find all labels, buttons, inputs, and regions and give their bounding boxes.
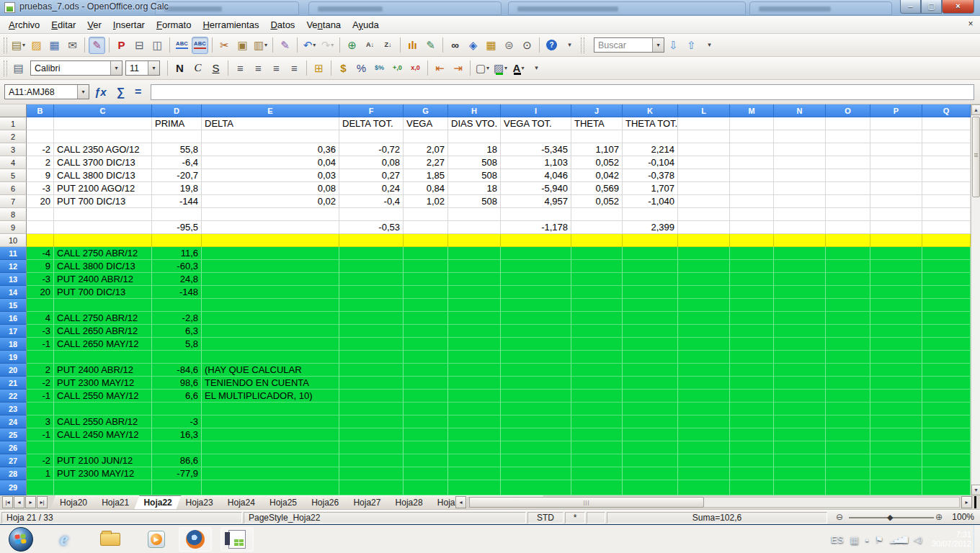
cell-N2[interactable] (774, 130, 826, 143)
sheet-tab-hoja26[interactable]: Hoja26 (302, 495, 349, 509)
cell-D12[interactable]: -60,3 (152, 260, 202, 273)
cell-K29[interactable] (623, 480, 678, 495)
row-header-18[interactable]: 18 (0, 338, 27, 351)
cell-D19[interactable] (152, 351, 202, 364)
font-size-dropdown-icon[interactable]: ▾ (148, 61, 159, 75)
cell-B6[interactable]: -3 (27, 182, 54, 195)
cell-O23[interactable] (826, 403, 870, 415)
cell-B1[interactable] (27, 117, 54, 130)
cell-N11[interactable] (774, 247, 826, 260)
cell-D17[interactable]: 6,3 (152, 325, 202, 338)
cell-H8[interactable] (448, 208, 501, 221)
taskbar-explorer-button[interactable] (94, 527, 127, 552)
cell-K25[interactable] (623, 428, 678, 441)
cell-B19[interactable] (27, 351, 54, 364)
cell-Q28[interactable] (922, 467, 971, 480)
show-draw-functions-button[interactable]: ✎ (422, 37, 439, 54)
cell-K22[interactable] (623, 390, 678, 403)
align-right-button[interactable]: ≡ (268, 60, 285, 77)
cell-P12[interactable] (870, 260, 922, 273)
cell-L13[interactable] (678, 273, 730, 286)
cell-I27[interactable] (501, 454, 571, 467)
cell-P14[interactable] (870, 286, 922, 299)
zoom-button[interactable]: ⊙ (519, 37, 535, 54)
cell-D23[interactable] (152, 403, 202, 415)
cell-G22[interactable] (404, 390, 448, 403)
cell-B9[interactable] (27, 221, 54, 234)
cell-O1[interactable] (826, 117, 870, 130)
zoom-out-icon[interactable]: ⊖ (836, 512, 843, 522)
cell-J11[interactable] (571, 247, 623, 260)
toolbar-grip[interactable] (4, 60, 7, 76)
row-header-1[interactable]: 1 (0, 117, 27, 130)
cell-D3[interactable]: 55,8 (152, 143, 202, 156)
taskbar-calc-button[interactable] (220, 527, 254, 552)
cell-F9[interactable]: -0,53 (339, 221, 404, 234)
cell-J9[interactable] (571, 221, 623, 234)
cell-D4[interactable]: -6,4 (152, 156, 202, 169)
cell-C27[interactable]: PUT 2100 JUN/12 (54, 454, 152, 467)
cell-Q15[interactable] (922, 299, 971, 312)
menu-item-ver[interactable]: Ver (81, 17, 107, 32)
cell-B7[interactable]: 20 (27, 195, 54, 208)
cell-Q20[interactable] (922, 364, 971, 377)
cell-H1[interactable]: DIAS VTO. (448, 117, 501, 130)
cell-E28[interactable] (202, 467, 339, 480)
cell-Q9[interactable] (922, 221, 971, 234)
cell-B15[interactable] (27, 299, 54, 312)
cell-L27[interactable] (678, 454, 730, 467)
cell-I7[interactable]: 4,957 (501, 195, 571, 208)
cell-E20[interactable]: (HAY QUE CALCULAR (202, 364, 339, 377)
cell-N6[interactable] (774, 182, 826, 195)
cell-L20[interactable] (678, 364, 730, 377)
cell-C20[interactable]: PUT 2400 ABR/12 (54, 364, 152, 377)
cell-N13[interactable] (774, 273, 826, 286)
email-document-button[interactable]: ✉ (64, 37, 81, 54)
sheet-tab-hoja20[interactable]: Hoja20 (50, 495, 97, 509)
cell-P29[interactable] (870, 480, 922, 495)
cell-M29[interactable] (730, 480, 774, 495)
cell-L15[interactable] (678, 299, 730, 312)
cell-O19[interactable] (826, 351, 870, 364)
cell-D11[interactable]: 11,6 (152, 247, 202, 260)
cell-E9[interactable] (202, 221, 339, 234)
cell-K13[interactable] (623, 273, 678, 286)
cell-K11[interactable] (623, 247, 678, 260)
cell-O9[interactable] (826, 221, 870, 234)
cell-M5[interactable] (730, 169, 774, 182)
sort-ascending-button[interactable]: A↓ (362, 37, 378, 54)
cell-M4[interactable] (730, 156, 774, 169)
cell-F27[interactable] (339, 454, 404, 467)
cell-P25[interactable] (870, 428, 922, 441)
column-header-D[interactable]: D (152, 104, 202, 117)
cell-K16[interactable] (623, 312, 678, 325)
cell-J10[interactable] (571, 234, 623, 247)
cell-N24[interactable] (774, 415, 826, 428)
cell-K4[interactable]: -0,104 (623, 156, 678, 169)
cell-N14[interactable] (774, 286, 826, 299)
standard-toolbar-more-button[interactable]: ▾ (561, 37, 578, 54)
cell-D20[interactable]: -84,6 (152, 364, 202, 377)
cell-F4[interactable]: 0,08 (339, 156, 404, 169)
cell-I12[interactable] (501, 260, 571, 273)
cell-I1[interactable]: VEGA TOT. (501, 117, 571, 130)
cell-K24[interactable] (623, 415, 678, 428)
menu-item-formato[interactable]: Formato (151, 17, 197, 32)
row-header-29[interactable]: 29 (0, 480, 27, 495)
column-header-L[interactable]: L (678, 104, 730, 117)
cell-O10[interactable] (826, 234, 870, 247)
cell-F1[interactable]: DELTA TOT. (339, 117, 404, 130)
cell-F11[interactable] (339, 247, 404, 260)
cell-F18[interactable] (339, 338, 404, 351)
cell-I13[interactable] (501, 273, 571, 286)
cell-F5[interactable]: 0,27 (339, 169, 404, 182)
cell-N16[interactable] (774, 312, 826, 325)
cell-B2[interactable] (27, 130, 54, 143)
column-header-O[interactable]: O (826, 104, 870, 117)
cell-N7[interactable] (774, 195, 826, 208)
cell-O25[interactable] (826, 428, 870, 441)
cell-N10[interactable] (774, 234, 826, 247)
cell-H12[interactable] (448, 260, 501, 273)
cell-B5[interactable]: 9 (27, 169, 54, 182)
sort-descending-button[interactable]: Z↓ (380, 37, 396, 54)
